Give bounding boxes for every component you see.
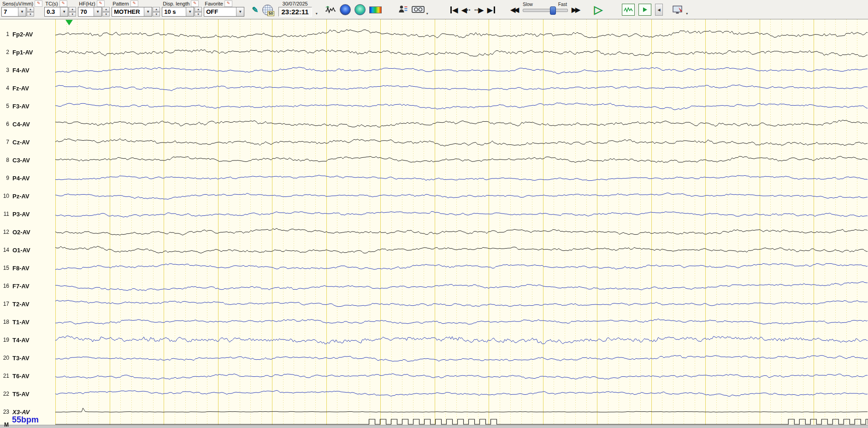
channel-label[interactable]: T4-AV <box>12 337 30 344</box>
hf-combo[interactable]: 70 ▼ <box>78 7 102 17</box>
disp-edit-pen-icon[interactable]: ✎ <box>191 0 199 7</box>
favorite-edit-pen-icon[interactable]: ✎ <box>224 0 232 7</box>
channel-label[interactable]: T1-AV <box>12 319 30 326</box>
auto-play-button[interactable] <box>637 3 653 17</box>
channel-number: 22 <box>0 391 9 397</box>
hf-edit-pen-icon[interactable]: ✎ <box>97 0 105 7</box>
channel-label[interactable]: X3-AV <box>12 409 30 416</box>
eeg-trace-area[interactable] <box>55 19 868 425</box>
pattern-combo[interactable]: MOTHER ▼ <box>112 7 152 17</box>
favorite-dropdown-icon[interactable]: ▼ <box>236 7 244 16</box>
pattern-spin-down-icon[interactable]: ▼ <box>153 12 160 17</box>
hf-dropdown-icon[interactable]: ▼ <box>94 7 101 16</box>
channel-label[interactable]: T2-AV <box>12 301 30 308</box>
channel-row: 10Pz-AV <box>0 192 30 200</box>
datetime-dropdown-icon[interactable]: ▾ <box>316 12 318 16</box>
favorite-label: Favorite <box>205 1 223 6</box>
channel-label[interactable]: Fp1-AV <box>12 49 33 56</box>
tc-spin-down-icon[interactable]: ▼ <box>69 12 76 17</box>
notch-filter-button[interactable]: 50 <box>260 3 275 17</box>
channel-number: 9 <box>0 175 9 181</box>
hf-spin-down-icon[interactable]: ▼ <box>102 12 110 17</box>
channel-label[interactable]: C4-AV <box>12 121 30 128</box>
channel-label[interactable]: Fz-AV <box>12 85 29 92</box>
disp-length-combo[interactable]: 10 s ▼ <box>162 7 194 17</box>
favorite-combo[interactable]: OFF ▼ <box>204 7 244 17</box>
channel-row: 6C4-AV <box>0 120 30 128</box>
tc-dropdown-icon[interactable]: ▼ <box>60 7 68 16</box>
disp-spin-down-icon[interactable]: ▼ <box>195 12 202 17</box>
channel-label[interactable]: T5-AV <box>12 391 30 398</box>
channel-label[interactable]: T3-AV <box>12 355 30 362</box>
waveform-tool-button[interactable] <box>323 3 338 17</box>
channel-label[interactable]: Pz-AV <box>12 193 30 200</box>
step-forward-button[interactable]: ••▶ <box>472 3 485 17</box>
tc-group: TC(s) ✎ 0.3 ▼ ▲ ▼ <box>44 0 76 17</box>
hf-spin-up-icon[interactable]: ▲ <box>102 7 110 12</box>
channel-label[interactable]: F3-AV <box>12 103 30 110</box>
channel-label[interactable]: C3-AV <box>12 157 30 164</box>
channel-label[interactable]: T6-AV <box>12 373 30 380</box>
cursor-marker-icon[interactable] <box>65 20 73 25</box>
tc-spinner: ▲ ▼ <box>69 7 76 17</box>
sens-edit-pen-icon[interactable]: ✎ <box>35 0 42 7</box>
channel-number: 6 <box>0 121 9 127</box>
speed-slider-handle[interactable] <box>550 6 556 15</box>
colorbar-button[interactable] <box>367 3 384 17</box>
go-to-end-button[interactable]: ▶ <box>485 3 497 17</box>
setup-dropdown-icon[interactable]: ▾ <box>686 12 688 16</box>
pattern-spin-up-icon[interactable]: ▲ <box>153 7 160 12</box>
disp-dropdown-icon[interactable]: ▼ <box>186 7 194 16</box>
disp-spin-up-icon[interactable]: ▲ <box>195 7 202 12</box>
rewind-button[interactable]: ◀◀ <box>509 3 521 17</box>
video-dropdown-icon[interactable]: ▾ <box>426 12 428 16</box>
channel-label[interactable]: Fp2-AV <box>12 31 33 38</box>
channel-label[interactable]: Cz-AV <box>12 139 30 146</box>
montage-setup-button[interactable] <box>670 3 686 17</box>
tc-edit-pen-icon[interactable]: ✎ <box>59 0 67 7</box>
patient-info-button[interactable] <box>396 3 410 17</box>
pattern-edit-pen-icon[interactable]: ✎ <box>130 0 138 7</box>
go-to-start-button[interactable]: ◀ <box>449 3 460 17</box>
play-button[interactable]: ▷ <box>592 3 604 17</box>
channel-row: 21T6-AV <box>0 372 30 380</box>
go-to-start-icon: ◀ <box>450 6 458 13</box>
video-button[interactable] <box>410 3 426 17</box>
channel-number: 8 <box>0 157 9 163</box>
channel-row: 3F4-AV <box>0 66 30 74</box>
channel-label[interactable]: O1-AV <box>12 247 30 254</box>
channel-label[interactable]: P3-AV <box>12 211 30 218</box>
step-back-icon: ◀•• <box>461 6 471 13</box>
sens-spin-down-icon[interactable]: ▼ <box>27 12 34 17</box>
sens-dropdown-icon[interactable]: ▼ <box>18 7 26 16</box>
spectrum-map-button[interactable] <box>353 3 367 17</box>
channel-number: 23 <box>0 409 9 415</box>
channel-label[interactable]: F8-AV <box>12 265 30 272</box>
pattern-dropdown-icon[interactable]: ▼ <box>144 7 152 16</box>
collapse-panel-button[interactable]: ◀ <box>653 3 665 17</box>
trend-window-button[interactable] <box>620 3 637 17</box>
pattern-spinner: ▲ ▼ <box>153 7 160 17</box>
play-icon: ▷ <box>594 4 602 15</box>
auto-play-icon <box>638 4 651 16</box>
channel-row: 16F7-AV <box>0 282 30 290</box>
fast-label: Fast <box>558 2 567 7</box>
sens-combo[interactable]: 7 ▼ <box>1 7 26 17</box>
tc-spin-up-icon[interactable]: ▲ <box>69 7 76 12</box>
step-back-button[interactable]: ◀•• <box>460 3 472 17</box>
channel-label[interactable]: F7-AV <box>12 283 30 290</box>
speed-slider-track[interactable] <box>523 9 568 12</box>
fast-forward-button[interactable]: ▶▶ <box>570 3 582 17</box>
brain-map-button[interactable] <box>338 3 353 17</box>
horizontal-scrollbar[interactable] <box>0 425 868 428</box>
trend-wave-icon <box>622 4 635 16</box>
channel-label[interactable]: P4-AV <box>12 175 30 182</box>
channel-number: 4 <box>0 85 9 91</box>
channel-label[interactable]: F4-AV <box>12 67 30 74</box>
channel-label[interactable]: O2-AV <box>12 229 30 236</box>
channel-number: 10 <box>0 193 9 199</box>
channel-row: 17T2-AV <box>0 300 30 308</box>
tc-combo[interactable]: 0.3 ▼ <box>44 7 68 17</box>
annotation-pen-button[interactable]: ✎ <box>250 3 260 17</box>
sens-spin-up-icon[interactable]: ▲ <box>27 7 34 12</box>
